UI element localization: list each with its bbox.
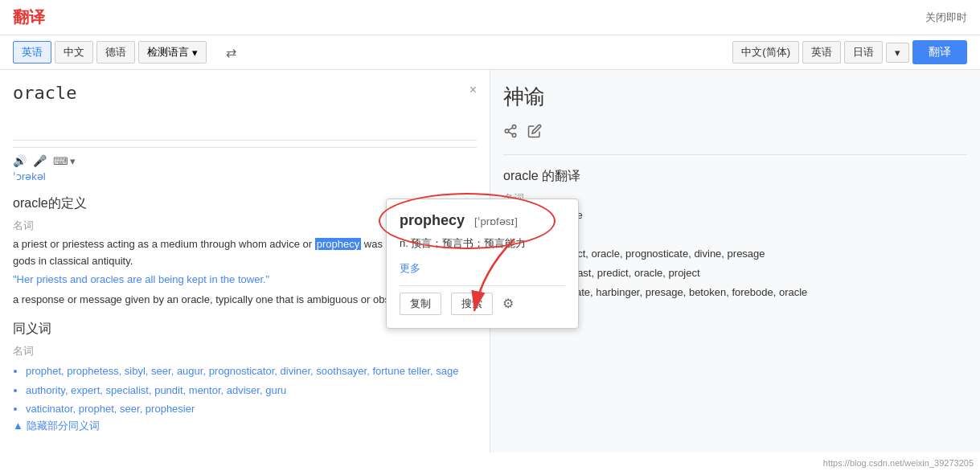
target-lang-group: 中文(简体) 英语 日语 ▾ 翻译 — [732, 40, 967, 64]
list-item: prophet, prophetess, sibyl, seer, augur,… — [26, 362, 477, 380]
svg-point-2 — [505, 129, 509, 133]
list-item: authority, expert, specialist, pundit, m… — [26, 381, 477, 399]
hide-synonyms-button[interactable]: ▲ 隐藏部分同义词 — [13, 419, 477, 433]
close-button[interactable]: 关闭即时 — [925, 10, 967, 25]
source-controls: 🔊 🎤 ⌨ ▾ — [13, 147, 477, 167]
keyboard-button[interactable]: ⌨ ▾ — [53, 155, 76, 167]
speaker-button[interactable]: 🔊 — [13, 154, 27, 167]
popup-header: prophecy [ˈprɒfəsɪ] — [400, 212, 565, 229]
target-lang-more-button[interactable]: ▾ — [886, 43, 909, 63]
popup-overlay: prophecy [ˈprɒfəsɪ] n. 预言；预言书；预言能力 更多 复制… — [386, 199, 579, 329]
header: 翻译 关闭即时 — [0, 0, 980, 35]
svg-point-1 — [512, 125, 516, 129]
popup-phonetic: [ˈprɒfəsɪ] — [474, 215, 518, 227]
def-text-before: a priest or priestess acting as a medium… — [13, 238, 312, 250]
target-lang-en[interactable]: 英语 — [802, 41, 841, 63]
list-item: vaticinator, prophet, seer, prophesier — [26, 399, 477, 418]
target-lang-zh[interactable]: 中文(简体) — [732, 41, 799, 63]
edit-button[interactable] — [527, 124, 542, 141]
translation-result: 神谕 — [503, 83, 967, 111]
synonyms-section: 同义词 名词 prophet, prophetess, sibyl, seer,… — [13, 321, 477, 432]
popup-box: prophecy [ˈprɒfəsɪ] n. 预言；预言书；预言能力 更多 复制… — [386, 199, 579, 329]
trans-verb-alt-3: indicate, harbinger, presage, betoken, f… — [548, 286, 807, 298]
synonyms-pos: 名词 — [13, 344, 477, 358]
svg-line-5 — [508, 128, 512, 130]
app-title: 翻译 — [13, 6, 45, 28]
microphone-button[interactable]: 🎤 — [33, 154, 47, 167]
swap-languages-button[interactable]: ⇄ — [216, 42, 246, 63]
left-panel: oracle × 🔊 🎤 ⌨ ▾ ˈɔrəkəl oracle的定义 名词 a … — [0, 70, 490, 453]
trans-verb-alt-1: predict, oracle, prognosticate, divine, … — [548, 248, 765, 260]
popup-footer: 复制 搜索 ⚙ — [400, 285, 565, 315]
popup-definition: n. 预言；预言书；预言能力 — [400, 236, 565, 252]
popup-copy-button[interactable]: 复制 — [400, 293, 441, 315]
chevron-down-icon: ▾ — [895, 47, 900, 59]
source-lang-zh[interactable]: 中文 — [55, 41, 93, 63]
chevron-up-icon: ▲ — [13, 420, 23, 432]
svg-point-3 — [512, 133, 516, 137]
source-lang-en[interactable]: 英语 — [13, 41, 51, 63]
main-content: oracle × 🔊 🎤 ⌨ ▾ ˈɔrəkəl oracle的定义 名词 a … — [0, 70, 980, 453]
share-button[interactable] — [503, 124, 518, 141]
chevron-down-icon: ▾ — [192, 47, 198, 59]
popup-more-button[interactable]: 更多 — [400, 261, 565, 276]
popup-search-button[interactable]: 搜索 — [451, 293, 493, 315]
translation-controls — [503, 124, 967, 141]
oracle-trans-title: oracle 的翻译 — [503, 168, 967, 185]
detect-language-button[interactable]: 检测语言 ▾ — [138, 41, 207, 63]
target-lang-ja[interactable]: 日语 — [844, 41, 883, 63]
phonetic-text: ˈɔrəkəl — [13, 170, 477, 182]
keyboard-chevron: ▾ — [70, 155, 76, 167]
source-lang-de[interactable]: 德语 — [96, 41, 135, 63]
source-text-input[interactable]: oracle — [13, 83, 477, 131]
clear-button[interactable]: × — [469, 83, 477, 97]
toolbar: 英语 中文 德语 检测语言 ▾ ⇄ 中文(简体) 英语 日语 ▾ 翻译 — [0, 35, 980, 70]
highlight-word: prophecy — [315, 238, 361, 250]
synonyms-list: prophet, prophetess, sibyl, seer, augur,… — [13, 362, 477, 418]
popup-settings-button[interactable]: ⚙ — [502, 296, 514, 311]
svg-line-4 — [508, 132, 512, 134]
translate-button[interactable]: 翻译 — [912, 40, 967, 64]
popup-word: prophecy — [400, 212, 465, 228]
keyboard-icon: ⌨ — [53, 155, 68, 167]
